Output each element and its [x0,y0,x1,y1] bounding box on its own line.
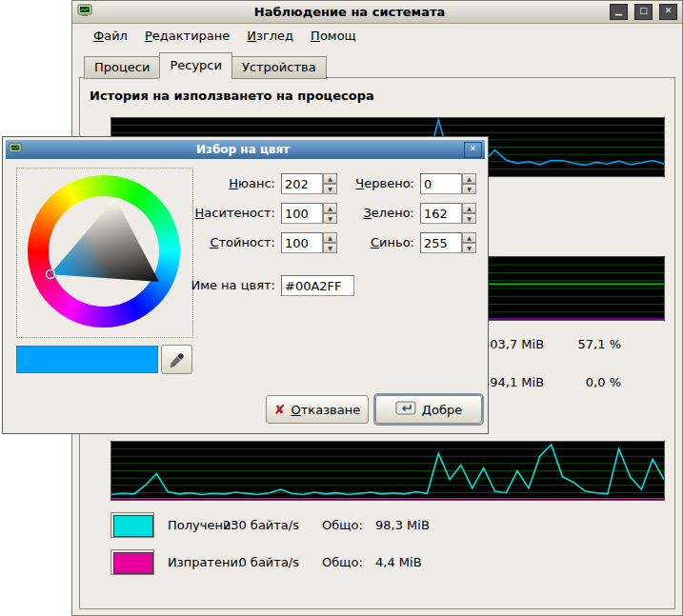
sent-color-button[interactable] [110,549,154,575]
tab-devices[interactable]: Устройства [231,56,327,79]
saturation-label: Наситеност: [180,206,275,220]
spin-up-icon[interactable]: ▲ [323,232,337,243]
green-spinner[interactable]: ▲ ▼ [462,203,476,224]
tab-resources[interactable]: Ресурси [159,52,232,79]
received-color-swatch [113,515,153,537]
green-input[interactable] [420,203,462,224]
menu-edit[interactable]: Редактиране [143,28,231,44]
cpu-history-heading: История на използването на процесора [90,89,374,103]
sent-color-swatch [113,552,153,574]
minimize-button[interactable]: ▁ [610,4,628,20]
network-history-chart [110,441,665,501]
blue-spinner[interactable]: ▲ ▼ [462,232,476,253]
sent-rate: 0 байта/s [204,555,299,569]
dialog-app-icon [9,142,22,158]
menu-help[interactable]: Помощ [309,28,358,44]
color-name-input[interactable] [281,275,354,296]
saturation-input[interactable] [281,203,323,224]
color-preview [16,346,158,373]
received-color-button[interactable] [110,512,154,538]
menu-file[interactable]: Файл [91,28,130,44]
swap-percent-value: 0,0 % [549,375,621,389]
color-preview-fill [17,347,157,372]
app-icon [77,3,92,21]
red-label: Червено: [338,176,414,190]
sent-total-label: Общо: [322,555,363,569]
cancel-button[interactable]: ✘ Отказване [266,395,369,424]
blue-label: Синьо: [338,235,414,249]
value-input[interactable] [281,232,323,253]
received-total: 98,3 MiB [375,518,430,532]
eyedropper-icon [168,350,187,369]
spin-down-icon[interactable]: ▼ [323,184,337,194]
spin-down-icon[interactable]: ▼ [462,184,476,194]
spin-up-icon[interactable]: ▲ [462,173,476,184]
window-title: Наблюдение на системата [96,5,603,19]
memory-percent-value: 57,1 % [549,337,621,351]
eyedropper-button[interactable] [161,345,192,374]
spin-up-icon[interactable]: ▲ [462,232,476,243]
spin-up-icon[interactable]: ▲ [323,203,337,213]
ok-button[interactable]: Добре [375,395,482,424]
close-button[interactable]: ✕ [659,4,677,20]
menubar: Файл Редактиране Изглед Помощ [72,24,682,47]
dialog-titlebar[interactable]: Избор на цвят ✕ [6,140,485,159]
sent-total: 4,4 MiB [375,555,422,569]
enter-key-icon [395,401,416,418]
spin-down-icon[interactable]: ▼ [323,213,337,224]
menu-view[interactable]: Изглед [245,28,295,44]
tab-processes[interactable]: Процеси [84,56,160,79]
spin-down-icon[interactable]: ▼ [462,213,476,224]
color-name-label: Име на цвят: [180,278,275,292]
red-spinner[interactable]: ▲ ▼ [462,173,476,194]
blue-input[interactable] [420,232,462,253]
spin-up-icon[interactable]: ▲ [462,203,476,213]
received-total-label: Общо: [322,518,363,532]
spin-down-icon[interactable]: ▼ [462,243,476,253]
cancel-button-label: Отказване [291,403,361,417]
saturation-value-triangle[interactable] [28,175,180,328]
maximize-button[interactable]: □ [634,4,653,20]
hue-label: Нюанс: [180,176,275,190]
memory-used-value: 503,7 MiB [482,337,544,351]
value-label: Стойност: [180,235,275,249]
green-label: Зелено: [338,206,414,220]
spin-down-icon[interactable]: ▼ [323,243,337,253]
tab-bar: Процеси Ресурси Устройства [84,52,326,79]
swap-used-value: 494,1 MiB [482,375,544,389]
value-spinner[interactable]: ▲ ▼ [323,232,337,253]
spin-up-icon[interactable]: ▲ [323,173,337,184]
ok-button-label: Добре [422,403,462,417]
hue-spinner[interactable]: ▲ ▼ [323,173,337,194]
dialog-close-button[interactable]: ✕ [464,142,482,158]
window-titlebar[interactable]: Наблюдение на системата ▁ □ ✕ [72,1,682,24]
dialog-title: Избор на цвят [25,143,461,156]
saturation-spinner[interactable]: ▲ ▼ [323,203,337,224]
red-input[interactable] [420,173,462,194]
color-wheel-area [16,168,193,338]
cancel-x-icon: ✘ [274,402,286,417]
received-rate: 230 байта/s [204,518,299,532]
hue-input[interactable] [281,173,323,194]
color-picker-dialog: Избор на цвят ✕ [2,136,489,434]
